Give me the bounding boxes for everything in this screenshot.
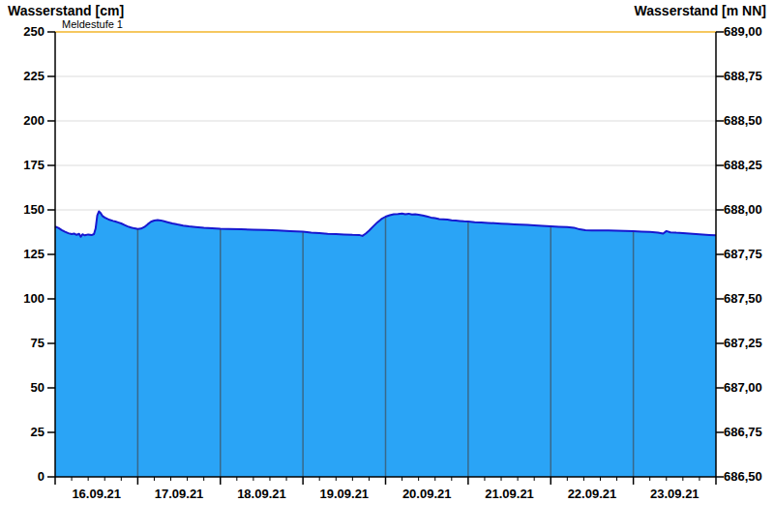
y-right-tick-label: 686,75 [724, 426, 762, 439]
y-right-tick-label: 688,00 [724, 203, 762, 217]
y-left-tick-label: 200 [0, 114, 45, 128]
y-right-tick-label: 686,50 [724, 470, 762, 484]
x-tick-label: 19.09.21 [301, 487, 388, 501]
y-right-tick-label: 688,25 [724, 159, 762, 172]
y-right-tick-label: 689,00 [724, 25, 762, 39]
y-left-tick-label: 150 [0, 203, 45, 217]
y-right-tick-label: 687,00 [724, 381, 762, 395]
y-left-tick-label: 100 [0, 292, 45, 306]
y-left-tick-label: 125 [0, 248, 45, 261]
y-left-tick-label: 250 [0, 25, 45, 39]
y-left-tick-label: 225 [0, 70, 45, 83]
y-right-tick-label: 687,25 [724, 337, 762, 350]
alert-threshold-label: Meldestufe 1 [62, 18, 123, 30]
x-tick-label: 22.09.21 [549, 487, 636, 501]
y-right-tick-label: 687,75 [724, 248, 762, 261]
y-left-tick-label: 175 [0, 159, 45, 172]
y-left-tick-label: 25 [0, 426, 45, 439]
x-tick-label: 21.09.21 [466, 487, 553, 501]
plot-area [0, 0, 774, 532]
y-left-tick-label: 75 [0, 337, 45, 350]
x-tick-label: 18.09.21 [218, 487, 305, 501]
x-tick-label: 16.09.21 [53, 487, 140, 501]
x-tick-label: 23.09.21 [631, 487, 718, 501]
y-right-tick-label: 687,50 [724, 292, 762, 306]
y-right-tick-label: 688,50 [724, 114, 762, 128]
y-left-tick-label: 0 [0, 470, 45, 484]
water-level-chart: Wasserstand [cm] Wasserstand [m NN] Meld… [0, 0, 774, 532]
x-tick-label: 20.09.21 [383, 487, 470, 501]
y-left-tick-label: 50 [0, 381, 45, 395]
y-right-tick-label: 688,75 [724, 70, 762, 83]
x-tick-label: 17.09.21 [135, 487, 223, 501]
